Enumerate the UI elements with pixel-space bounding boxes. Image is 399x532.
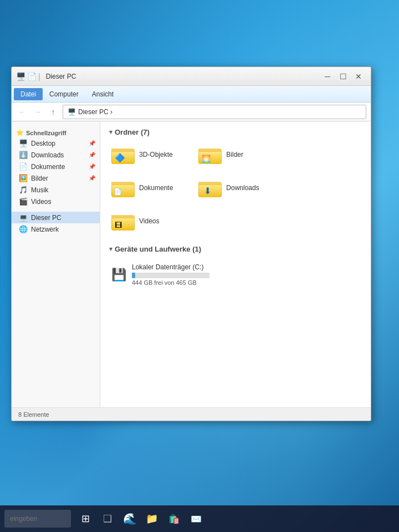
sidebar-netzwerk-label: Netzwerk: [31, 226, 59, 233]
pin-icon: 📌: [89, 140, 95, 146]
window-controls: ─ ☐ ✕: [320, 70, 366, 83]
sidebar-bilder-label: Bilder: [31, 175, 48, 182]
minimize-button[interactable]: ─: [320, 70, 335, 83]
drive-bar: [132, 273, 135, 278]
folder-downloads-label: Downloads: [226, 184, 259, 192]
menu-computer[interactable]: Computer: [43, 88, 85, 100]
sidebar-item-downloads[interactable]: ⬇️ Downloads 📌: [12, 149, 100, 161]
folders-section-header: ▾ Ordner (7): [109, 128, 362, 136]
folder-dokumente-label: Dokumente: [139, 184, 173, 192]
window-title: Dieser PC: [46, 73, 76, 80]
close-button[interactable]: ✕: [351, 70, 366, 83]
sidebar-dieser-pc-label: Dieser PC: [31, 214, 62, 222]
sidebar-dokumente-label: Dokumente: [31, 163, 65, 171]
folder-item-dokumente[interactable]: 📄 Dokumente: [109, 176, 187, 201]
menu-datei[interactable]: Datei: [14, 88, 43, 100]
folder-dokumente-wrap: 📄 Dokumente: [111, 178, 173, 197]
videos-icon: 🎬: [18, 197, 28, 206]
folder-item-3d-objekte[interactable]: 🔷 3D-Objekte: [109, 143, 187, 167]
folder-videos-label: Videos: [139, 217, 159, 225]
star-icon: ⭐: [16, 129, 24, 136]
window-app-icon: 🖥️: [16, 72, 25, 81]
menu-ansicht[interactable]: Ansicht: [85, 88, 120, 100]
taskbar-edge-icon[interactable]: 🌊: [121, 510, 139, 528]
folder-3d-label: 3D-Objekte: [139, 151, 173, 158]
quick-access-section: ⭐ Schnellzugriff: [12, 126, 100, 137]
drives-section-label: Geräte und Laufwerke (1): [115, 245, 201, 253]
desktop-icon: 🖥️: [18, 139, 28, 147]
file-area: ▾ Ordner (7) 🔷 3D-Objekte: [100, 121, 371, 407]
drive-item-c[interactable]: 💾 Lokaler Datenträger (C:) 444 GB frei v…: [109, 260, 362, 289]
folder-bilder-wrap: 🌅 Bilder: [198, 145, 243, 164]
sidebar-item-videos[interactable]: 🎬 Videos: [12, 196, 100, 207]
dieser-pc-icon: 💻: [18, 213, 28, 222]
folder-3d-overlay: 🔷: [115, 153, 125, 163]
status-text: 8 Elemente: [18, 411, 49, 418]
dokumente-icon: 📄: [18, 162, 28, 171]
explorer-window: 🖥️ 📄 | Dieser PC ─ ☐ ✕ Datei Computer An…: [11, 66, 371, 421]
title-bar: 🖥️ 📄 | Dieser PC ─ ☐ ✕: [12, 67, 371, 86]
title-bar-icons: 🖥️ 📄 |: [16, 72, 40, 81]
folder-videos-wrap: 🎞 Videos: [111, 212, 159, 231]
taskbar-explorer-icon[interactable]: 📁: [143, 510, 161, 528]
sidebar-musik-label: Musik: [31, 186, 48, 194]
netzwerk-icon: 🌐: [18, 225, 28, 233]
folder-downloads-icon: ⬇: [198, 178, 222, 197]
folder-downloads-overlay: ⬇: [204, 186, 211, 196]
sidebar-downloads-label: Downloads: [31, 151, 64, 159]
folders-section-label: Ordner (7): [115, 128, 150, 136]
taskbar-search-input[interactable]: [4, 510, 71, 528]
folders-grid: 🔷 3D-Objekte 🌅 Bilder: [109, 143, 362, 234]
drive-size: 444 GB frei von 465 GB: [132, 279, 360, 286]
folder-item-bilder[interactable]: 🌅 Bilder: [196, 143, 274, 167]
address-path[interactable]: 🖥️ Dieser PC ›: [63, 105, 366, 119]
back-button[interactable]: ←: [16, 106, 28, 118]
folder-downloads-wrap: ⬇ Downloads: [198, 178, 259, 197]
address-bar: ← → ↑ 🖥️ Dieser PC ›: [12, 103, 371, 121]
folder-item-downloads[interactable]: ⬇ Downloads: [196, 176, 274, 201]
drives-section-header: ▾ Geräte und Laufwerke (1): [109, 245, 362, 253]
sidebar-item-netzwerk[interactable]: 🌐 Netzwerk: [12, 223, 100, 235]
folder-dokumente-icon: 📄: [111, 178, 135, 197]
sidebar-item-bilder[interactable]: 🖼️ Bilder 📌: [12, 172, 100, 184]
folder-bilder-label: Bilder: [226, 151, 243, 158]
folder-bilder-overlay: 🌅: [202, 155, 211, 163]
chevron-down-icon-drives: ▾: [109, 245, 112, 253]
drive-bar-wrap: [132, 273, 209, 278]
taskbar-task-view[interactable]: ❑: [99, 510, 116, 528]
window-doc-icon: 📄: [27, 72, 37, 81]
window-separator: |: [38, 72, 40, 81]
folder-3d-wrap: 🔷 3D-Objekte: [111, 145, 173, 164]
sidebar-item-musik[interactable]: 🎵 Musik: [12, 184, 100, 196]
up-button[interactable]: ↑: [47, 106, 59, 118]
sidebar-item-dieser-pc[interactable]: 💻 Dieser PC: [12, 212, 100, 223]
forward-button[interactable]: →: [32, 106, 44, 118]
taskbar-store-icon[interactable]: 🛍️: [165, 510, 183, 528]
pin-icon-downloads: 📌: [89, 152, 95, 158]
content-area: ⭐ Schnellzugriff 🖥️ Desktop 📌 ⬇️ Downloa…: [12, 121, 371, 407]
folder-videos-icon: 🎞: [111, 212, 135, 231]
sidebar-item-dokumente[interactable]: 📄 Dokumente 📌: [12, 161, 100, 172]
folder-dokumente-overlay: 📄: [114, 188, 122, 196]
sidebar-videos-label: Videos: [31, 198, 51, 206]
musik-icon: 🎵: [18, 186, 28, 194]
pin-icon-bilder: 📌: [89, 175, 95, 181]
drive-c-icon: 💾: [111, 268, 126, 282]
taskbar-start-button[interactable]: ⊞: [76, 510, 94, 528]
drive-name: Lokaler Datenträger (C:): [132, 263, 360, 271]
sidebar-item-desktop[interactable]: 🖥️ Desktop 📌: [12, 137, 100, 149]
pin-icon-dokumente: 📌: [89, 163, 95, 170]
address-computer-icon: 🖥️: [68, 108, 76, 116]
bilder-icon: 🖼️: [18, 174, 28, 182]
sidebar: ⭐ Schnellzugriff 🖥️ Desktop 📌 ⬇️ Downloa…: [12, 121, 100, 407]
sidebar-desktop-label: Desktop: [31, 140, 55, 147]
folder-item-videos[interactable]: 🎞 Videos: [109, 209, 187, 234]
maximize-button[interactable]: ☐: [335, 70, 351, 83]
status-bar: 8 Elemente: [12, 407, 371, 421]
taskbar-mail-icon[interactable]: ✉️: [187, 510, 205, 528]
chevron-down-icon: ▾: [109, 129, 112, 136]
address-path-text: Dieser PC ›: [78, 108, 112, 116]
drive-info: Lokaler Datenträger (C:) 444 GB frei von…: [132, 263, 360, 286]
quick-access-label: Schnellzugriff: [26, 130, 66, 136]
folder-3d-icon: 🔷: [111, 145, 135, 164]
